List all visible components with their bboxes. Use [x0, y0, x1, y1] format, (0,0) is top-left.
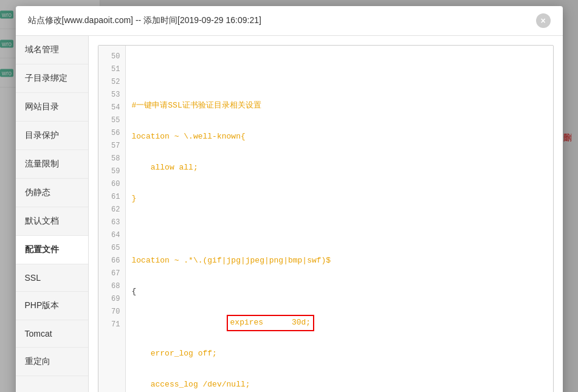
- sidebar-item-php[interactable]: PHP版本: [16, 292, 88, 320]
- sidebar-item-dirprotect[interactable]: 目录保护: [16, 122, 88, 150]
- code-expires-30d-text: expires 30d;: [230, 318, 311, 327]
- sidebar-item-domain[interactable]: 域名管理: [16, 36, 88, 64]
- code-line-56: location ~ .*\.(gif|jpg|jpeg|png|bmp|swf…: [132, 255, 547, 267]
- code-line-50: [132, 69, 547, 81]
- sidebar-item-config[interactable]: 配置文件: [16, 236, 88, 264]
- ln-55: 55: [98, 114, 125, 127]
- modal-title: 站点修改[www.dapaoit.com] -- 添加时间[2019-09-29…: [28, 15, 261, 26]
- ln-51: 51: [98, 63, 125, 76]
- modal-sidebar: 域名管理 子目录绑定 网站目录 目录保护 流量限制 伪静态 默认文档 配置文件 …: [16, 36, 89, 392]
- ln-57: 57: [98, 140, 125, 153]
- modal-body: 域名管理 子目录绑定 网站目录 目录保护 流量限制 伪静态 默认文档 配置文件 …: [16, 36, 563, 392]
- ln-71: 71: [98, 318, 125, 331]
- modal-header: 站点修改[www.dapaoit.com] -- 添加时间[2019-09-29…: [16, 6, 563, 36]
- ln-50: 50: [98, 50, 125, 63]
- code-location-img: location ~ .*\.(gif|jpg|jpeg|png|bmp|swf…: [132, 255, 331, 267]
- code-editor[interactable]: 50 51 52 53 54 55 56 57 58 59 60 61: [98, 45, 554, 392]
- code-line-52: location ~ \.well-known{: [132, 131, 547, 143]
- code-location-wellknown: location ~ \.well-known{: [132, 131, 246, 143]
- ln-53: 53: [98, 89, 125, 101]
- ln-60: 60: [98, 178, 125, 191]
- code-close-54: }: [132, 193, 137, 205]
- ln-66: 66: [98, 255, 125, 267]
- modal-dialog: 站点修改[www.dapaoit.com] -- 添加时间[2019-09-29…: [16, 6, 563, 392]
- code-error-log-59: error_log off;: [132, 348, 217, 360]
- ln-59: 59: [98, 165, 125, 178]
- sidebar-item-redirect[interactable]: 重定向: [16, 348, 88, 376]
- code-access-log-60: access_log /dev/null;: [132, 379, 250, 391]
- sidebar-item-subdir[interactable]: 子目录绑定: [16, 64, 88, 93]
- sidebar-item-traffic[interactable]: 流量限制: [16, 150, 88, 179]
- code-line-60: access_log /dev/null;: [132, 379, 547, 391]
- code-line-53: allow all;: [132, 162, 547, 174]
- ln-58: 58: [98, 153, 125, 165]
- ln-67: 67: [98, 267, 125, 280]
- code-line-58: expires 30d;: [132, 317, 547, 329]
- ln-63: 63: [98, 216, 125, 229]
- code-expires-30d: expires 30d;: [227, 315, 315, 331]
- modal-close-button[interactable]: ×: [536, 13, 551, 28]
- ln-70: 70: [98, 306, 125, 318]
- code-line-59: error_log off;: [132, 348, 547, 360]
- ln-61: 61: [98, 191, 125, 204]
- code-line-55: [132, 224, 547, 236]
- code-line-54: }: [132, 193, 547, 205]
- code-open-57: {: [132, 286, 137, 298]
- ln-68: 68: [98, 280, 125, 293]
- ln-65: 65: [98, 242, 125, 255]
- code-lines[interactable]: #一键申请SSL证书验证目录相关设置 location ~ \.well-kno…: [126, 46, 553, 392]
- sidebar-item-webdir[interactable]: 网站目录: [16, 93, 88, 122]
- code-comment-ssl: #一键申请SSL证书验证目录相关设置: [132, 100, 261, 112]
- ln-54: 54: [98, 101, 125, 114]
- sidebar-item-pseudo[interactable]: 伪静态: [16, 179, 88, 207]
- code-content[interactable]: 50 51 52 53 54 55 56 57 58 59 60 61: [98, 46, 553, 392]
- code-line-57: {: [132, 286, 547, 298]
- sidebar-item-tomcat[interactable]: Tomcat: [16, 320, 88, 348]
- modal-main-content: 50 51 52 53 54 55 56 57 58 59 60 61: [89, 36, 563, 392]
- sidebar-item-ssl[interactable]: SSL: [16, 264, 88, 292]
- ln-69: 69: [98, 293, 125, 306]
- code-line-51: #一键申请SSL证书验证目录相关设置: [132, 100, 547, 112]
- line-numbers: 50 51 52 53 54 55 56 57 58 59 60 61: [98, 46, 126, 392]
- ln-64: 64: [98, 229, 125, 242]
- ln-52: 52: [98, 76, 125, 89]
- ln-62: 62: [98, 204, 125, 216]
- modal-overlay: 站点修改[www.dapaoit.com] -- 添加时间[2019-09-29…: [0, 0, 578, 392]
- sidebar-item-default-doc[interactable]: 默认文档: [16, 207, 88, 236]
- code-allow-all: allow all;: [132, 162, 198, 174]
- ln-56: 56: [98, 127, 125, 140]
